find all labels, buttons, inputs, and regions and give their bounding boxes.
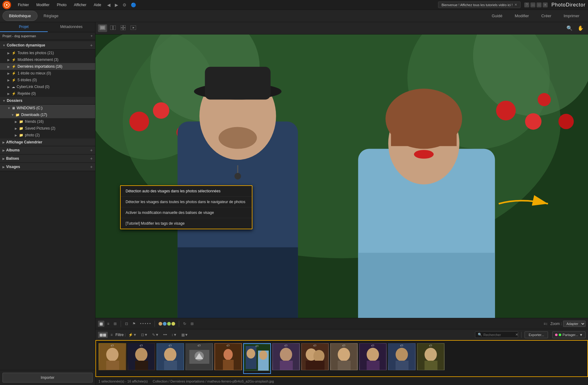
hand-tool-button[interactable]: ✋ (576, 24, 586, 32)
tree-5-stars[interactable]: ▶ ⚡ 5 étoiles (0) (0, 77, 95, 83)
context-menu-item-3[interactable]: Activer la modification manuelle des bal… (121, 207, 252, 218)
tree-saved-pictures[interactable]: ▶ 📁 Saved Pictures (2) (0, 125, 95, 132)
section-balises[interactable]: ▶ Balises + (0, 154, 95, 163)
section-add-visages[interactable]: + (90, 164, 93, 169)
filter-sort-btn[interactable]: ↕▼ (170, 332, 179, 338)
window-minimize[interactable]: — (530, 2, 535, 7)
filmstrip-flag-btn[interactable]: ⚑ (131, 321, 137, 327)
tree-all-photos[interactable]: ▶ ⚡ Toutes les photos (21) (0, 50, 95, 56)
thumb-5[interactable]: 🏷 (214, 343, 242, 374)
svg-rect-4 (113, 26, 116, 30)
thumb-7[interactable]: 🏷 (272, 343, 300, 374)
filter-view-btn[interactable]: ▦▼ (180, 332, 190, 338)
thumb-2[interactable]: 🏷 (127, 343, 155, 374)
view-grid-btn[interactable] (119, 24, 127, 32)
window-maximize[interactable]: □ (537, 2, 542, 7)
svg-point-57 (247, 349, 255, 359)
filmstrip-list-view[interactable]: ≡ (106, 321, 111, 327)
filter-view-2[interactable]: ≡ (109, 332, 114, 338)
filter-more-btn[interactable]: ••• (162, 332, 169, 338)
section-add-dynamic[interactable]: + (90, 43, 93, 48)
project-add-btn[interactable]: + (91, 34, 93, 38)
tab-metadonnees[interactable]: Métadonnées (48, 22, 95, 32)
menu-photo[interactable]: Photo (54, 2, 70, 8)
tree-1-star[interactable]: ▶ ⚡ 1 étoile ou mieux (0) (0, 70, 95, 77)
filter-view-1[interactable]: ▦▦ (98, 332, 108, 338)
color-dot-brown[interactable] (159, 322, 162, 326)
thumb-8[interactable]: 🏷 (301, 343, 329, 374)
zoom-select[interactable]: Adapter 25% 50% 100% 200% (563, 321, 586, 327)
menu-modifier[interactable]: Modifier (33, 2, 53, 8)
tab-modifier[interactable]: Modifier (509, 11, 535, 21)
tree-downloads[interactable]: ▼ 📁 Downloads (17) (0, 111, 95, 118)
section-label-balises: Balises (6, 156, 90, 161)
share-dot-green (559, 334, 561, 336)
export-button[interactable]: Exporter... (525, 331, 548, 338)
tree-last-imports[interactable]: ▶ ⚡ Dernières importations (16) (0, 63, 95, 70)
settings-icon-button[interactable]: ⚙ (121, 2, 128, 7)
thumb-3[interactable]: 🏷 (156, 343, 184, 374)
context-menu-item-2[interactable]: Détecter les visages dans toutes les pho… (121, 197, 252, 207)
section-albums[interactable]: ▶ Albums + (0, 146, 95, 154)
nav-back-button[interactable]: ◀ (106, 2, 112, 7)
window-controls: ? — □ ✕ (524, 2, 548, 7)
tree-friends[interactable]: ▶ 📁 friends (16) (0, 118, 95, 125)
filmstrip-select-btn[interactable]: ⊡ (123, 321, 130, 327)
section-calendrier[interactable]: ▶ Affichage Calendrier (0, 138, 95, 146)
filmstrip-dots-btn[interactable]: • • • • • (139, 321, 152, 327)
context-menu-item-4[interactable]: [Tutoriel] Modifier les tags de visage (121, 218, 252, 229)
filmstrip-single-view[interactable]: ▦ (98, 321, 104, 327)
tab-reglage[interactable]: Réglage (38, 11, 65, 21)
window-close[interactable]: ✕ (543, 2, 548, 7)
tab-bibliotheque[interactable]: Bibliothèque (2, 11, 38, 21)
filter-flag-btn[interactable]: ⊡▼ (139, 332, 149, 338)
thumb-1[interactable]: 🏷 (99, 343, 126, 374)
section-visages[interactable]: ▶ Visages + (0, 163, 95, 171)
thumb-9[interactable]: 🏷 (330, 343, 358, 374)
thumb-4[interactable]: 🏷 (185, 343, 213, 374)
svg-rect-72 (367, 361, 380, 370)
menu-aide[interactable]: Aide (91, 2, 104, 8)
thumb-6[interactable]: 🏷 (243, 343, 271, 374)
color-dot-blue[interactable] (163, 322, 167, 326)
tab-projet[interactable]: Projet (0, 22, 48, 32)
menu-fichier[interactable]: Fichier (15, 2, 32, 8)
tree-modified-recently[interactable]: ▶ ⚡ Modifiées récemment (3) (0, 56, 95, 63)
section-dynamic-collection[interactable]: ▼ Collection dynamique + (0, 41, 95, 50)
section-add-albums[interactable]: + (90, 148, 93, 153)
tab-creer[interactable]: Créer (535, 11, 558, 21)
tab-guide[interactable]: Guidé (485, 11, 509, 21)
section-add-balises[interactable]: + (90, 156, 93, 161)
search-clear-icon[interactable]: ✕ (515, 333, 518, 337)
filter-all-btn[interactable]: ⚡▼ (127, 332, 138, 338)
filter-edit-btn[interactable]: ✎▼ (151, 332, 160, 338)
nav-forward-button[interactable]: ▶ (113, 2, 120, 7)
tree-cloud[interactable]: ▶ ☁ CyberLink Cloud (0) (0, 83, 95, 90)
share-button[interactable]: Partager... ▼ (552, 331, 586, 338)
filmstrip-sort-btn[interactable]: ≡↕ (542, 321, 549, 327)
search-view-button[interactable]: 🔍 (565, 24, 574, 32)
view-slideshow-btn[interactable] (129, 24, 138, 32)
filmstrip-action-btn[interactable]: ⊞ (189, 321, 195, 327)
update-icon-button[interactable]: 🔵 (129, 2, 138, 7)
view-single-btn[interactable] (98, 24, 107, 32)
search-input[interactable] (483, 333, 514, 337)
thumb-11[interactable]: 🏷 (388, 343, 416, 374)
notification-close[interactable]: ✕ (514, 3, 517, 7)
tree-rejected[interactable]: ▶ ⚡ Rejetée (0) (0, 90, 95, 97)
window-help[interactable]: ? (524, 2, 529, 7)
tree-windows-c[interactable]: ▼ 🖥 WINDOWS (C:) (0, 105, 95, 111)
tree-photo[interactable]: ▶ 📁 photo (2) (0, 132, 95, 138)
filmstrip-grid-view[interactable]: ⊞ (112, 321, 118, 327)
tab-imprimer[interactable]: Imprimer (558, 11, 586, 21)
filmstrip-rotate-btn[interactable]: ↻ (182, 321, 188, 327)
context-menu-item-1[interactable]: Détection auto des visages dans les phot… (121, 186, 252, 197)
section-dossiers[interactable]: ▼ Dossiers (0, 97, 95, 105)
thumb-10[interactable]: 🏷 (359, 343, 387, 374)
menu-afficher[interactable]: Afficher (71, 2, 89, 8)
color-dot-green[interactable] (167, 322, 171, 326)
import-button[interactable]: Importer (2, 373, 93, 383)
view-compare-btn[interactable] (108, 24, 118, 32)
thumb-12[interactable]: 🏷 (417, 343, 445, 374)
color-dot-yellow[interactable] (171, 322, 175, 326)
